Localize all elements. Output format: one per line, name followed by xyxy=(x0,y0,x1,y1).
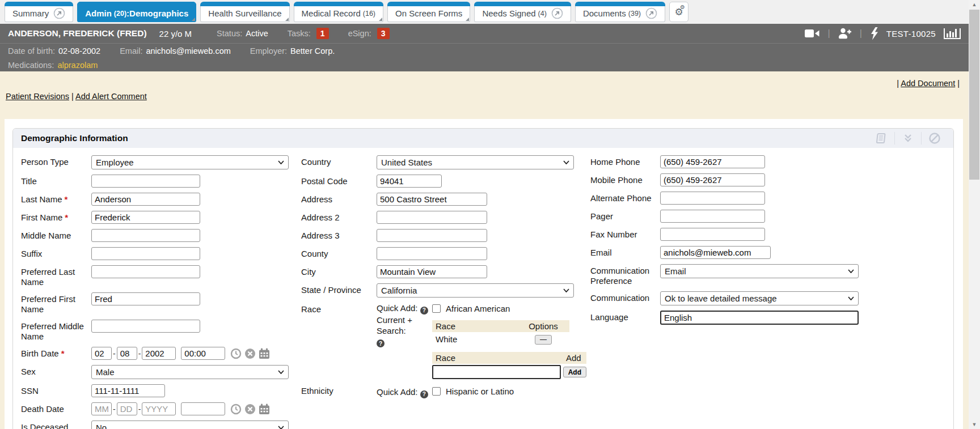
country-select[interactable]: United States xyxy=(377,155,574,169)
address-2-row: Address 2 xyxy=(301,211,588,224)
mobile-phone-input[interactable] xyxy=(660,173,765,186)
race-add-button[interactable]: Add xyxy=(563,367,586,377)
preferred-middle-name-label: Preferred Middle Name xyxy=(21,320,91,342)
help-icon[interactable]: ? xyxy=(420,307,428,315)
address-input[interactable] xyxy=(377,193,487,206)
ssn-label: SSN xyxy=(21,384,91,396)
preferred-first-name-input[interactable] xyxy=(91,292,200,305)
external-link-icon[interactable] xyxy=(645,7,657,19)
help-icon[interactable]: ? xyxy=(420,390,428,398)
panel-header: Demographic Information xyxy=(13,129,953,148)
flowsheet-chart-icon[interactable] xyxy=(944,28,961,39)
ssn-input[interactable] xyxy=(91,384,165,397)
patient-revisions-link[interactable]: Patient Revisions xyxy=(6,92,69,101)
death-date-month-input[interactable] xyxy=(91,402,112,415)
race-checkbox-label: African American xyxy=(446,304,510,313)
ethnicity-label: Ethnicity xyxy=(301,384,377,396)
status-label: Status: xyxy=(217,29,242,38)
external-link-icon[interactable] xyxy=(551,7,563,19)
race-block: Quick Add: ?Current + Search:?African Am… xyxy=(377,303,586,379)
medications-value[interactable]: alprazolam xyxy=(57,61,98,70)
fax-number-input[interactable] xyxy=(660,228,765,241)
birth-date-row: Birth Date*-- xyxy=(21,347,293,360)
video-camera-icon[interactable] xyxy=(805,28,820,39)
is-deceased-select[interactable]: No xyxy=(91,420,289,429)
ethnicity-hispanic-checkbox[interactable] xyxy=(432,387,441,396)
mobile-phone-row: Mobile Phone xyxy=(590,173,959,186)
sex-select[interactable]: Male xyxy=(91,365,289,379)
settings-gears-button[interactable]: ⚙ ⚙ xyxy=(669,2,688,22)
person-type-select[interactable]: Employee xyxy=(91,155,289,169)
collapse-chevrons-icon[interactable] xyxy=(894,132,921,145)
add-document-link[interactable]: Add Document xyxy=(901,79,955,88)
disable-circle-slash-icon[interactable] xyxy=(921,132,948,145)
race-remove-button[interactable]: — xyxy=(535,335,552,345)
preferred-middle-name-input[interactable] xyxy=(91,320,200,333)
tab-fold-corner xyxy=(466,18,469,21)
middle-name-input[interactable] xyxy=(91,229,200,242)
tab-admin[interactable]: Admin(20):Demographics xyxy=(77,2,196,22)
add-person-icon[interactable] xyxy=(838,28,852,39)
tab-health-surveillance[interactable]: Health Surveillance xyxy=(200,2,289,22)
add-alert-comment-link[interactable]: Add Alert Comment xyxy=(75,92,147,101)
last-name-input[interactable] xyxy=(91,193,200,206)
clear-x-icon[interactable] xyxy=(244,403,256,415)
tab-on-screen-forms[interactable]: On Screen Forms xyxy=(387,2,470,22)
vertical-scrollbar[interactable]: ▲ ▼ xyxy=(969,0,980,429)
language-row: Language xyxy=(590,311,959,325)
calendar-icon[interactable] xyxy=(259,403,270,415)
tab-documents[interactable]: Documents(39) xyxy=(575,2,665,22)
clock-icon[interactable] xyxy=(230,348,242,359)
communication-select[interactable]: Ok to leave detailed message xyxy=(660,291,859,305)
pager-input[interactable] xyxy=(660,210,765,223)
postal-code-input[interactable] xyxy=(377,175,442,188)
death-date-year-input[interactable] xyxy=(142,402,176,415)
journal-icon[interactable] xyxy=(867,131,894,145)
tasks-count-badge[interactable]: 1 xyxy=(316,28,329,39)
address-3-input[interactable] xyxy=(377,229,487,242)
state-province-row: State / ProvinceCalifornia xyxy=(301,283,588,298)
race-african-american-checkbox[interactable] xyxy=(432,304,441,313)
home-phone-input[interactable] xyxy=(660,155,765,168)
birth-date-month-input[interactable] xyxy=(91,347,112,360)
panel-title: Demographic Information xyxy=(21,133,128,143)
tab-needs-signed[interactable]: Needs Signed(4) xyxy=(474,2,571,22)
tab-medical-record[interactable]: Medical Record(16) xyxy=(294,2,383,22)
demographics-panel: Demographic Information Person TypeEmplo… xyxy=(12,128,954,429)
preferred-first-name-row: Preferred First Name xyxy=(21,292,293,315)
suffix-input[interactable] xyxy=(91,247,200,260)
city-input[interactable] xyxy=(377,265,487,278)
esign-count-badge[interactable]: 3 xyxy=(377,28,390,39)
scroll-up-arrow[interactable]: ▲ xyxy=(969,0,980,9)
birth-date-day-input[interactable] xyxy=(117,347,137,360)
county-input[interactable] xyxy=(377,247,487,260)
help-icon[interactable]: ? xyxy=(377,339,385,347)
birth-date-time-input[interactable] xyxy=(181,347,225,360)
ssn-row: SSN xyxy=(21,384,293,397)
preferred-last-name-row: Preferred Last Name xyxy=(21,265,293,287)
state-province-select[interactable]: California xyxy=(377,283,574,298)
calendar-icon[interactable] xyxy=(259,348,270,359)
scroll-down-arrow[interactable]: ▼ xyxy=(969,420,980,429)
race-search-input[interactable] xyxy=(432,365,561,379)
external-link-icon[interactable] xyxy=(53,7,65,19)
clock-icon[interactable] xyxy=(230,403,242,415)
tasks-label: Tasks: xyxy=(288,29,311,38)
first-name-input[interactable] xyxy=(91,211,200,224)
dob-label: Date of birth: xyxy=(8,46,55,56)
alternate-phone-label: Alternate Phone xyxy=(590,192,660,203)
email-input[interactable] xyxy=(660,246,771,259)
tab-summary[interactable]: Summary xyxy=(5,2,73,22)
clear-x-icon[interactable] xyxy=(244,348,256,359)
communication-preference-select[interactable]: Email xyxy=(660,264,859,278)
language-input[interactable] xyxy=(660,311,859,325)
lightning-bolt-icon[interactable] xyxy=(870,27,878,40)
death-date-time-input[interactable] xyxy=(181,402,225,415)
title-input[interactable] xyxy=(91,175,200,188)
preferred-last-name-input[interactable] xyxy=(91,265,200,278)
scrollbar-thumb[interactable] xyxy=(969,10,979,180)
death-date-day-input[interactable] xyxy=(117,402,137,415)
birth-date-year-input[interactable] xyxy=(142,347,176,360)
alternate-phone-input[interactable] xyxy=(660,192,765,205)
address-2-input[interactable] xyxy=(377,211,487,224)
